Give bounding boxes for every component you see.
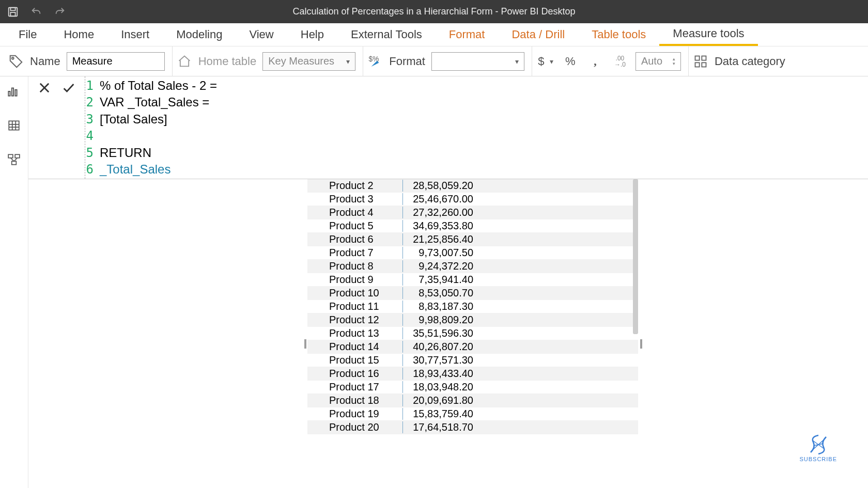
- table-row[interactable]: Product 129,98,809.20: [307, 313, 638, 327]
- data-view-button[interactable]: [4, 116, 24, 135]
- decimal-places-input[interactable]: Auto ▴ ▾: [636, 52, 681, 71]
- table-row[interactable]: Product 118,83,187.30: [307, 300, 638, 313]
- formula-line[interactable]: _Total_Sales: [100, 161, 171, 178]
- formula-line[interactable]: VAR _Total_Sales =: [100, 94, 213, 111]
- table-row[interactable]: Product 534,69,353.80: [307, 219, 638, 233]
- table-row[interactable]: Product 1530,77,571.30: [307, 354, 638, 367]
- table-row[interactable]: Product 1915,83,759.40: [307, 407, 638, 421]
- table-row[interactable]: Product 2017,64,518.70: [307, 421, 638, 434]
- tab-format[interactable]: Format: [436, 23, 499, 46]
- undo-icon[interactable]: [30, 6, 42, 18]
- table-row[interactable]: Product 1618,93,433.40: [307, 367, 638, 381]
- dna-icon: [805, 434, 831, 455]
- svg-rect-10: [12, 88, 13, 96]
- svg-rect-19: [12, 161, 17, 165]
- product-cell: Product 4: [307, 207, 403, 218]
- table-row[interactable]: Product 1718,03,948.20: [307, 381, 638, 394]
- table-row[interactable]: Product 97,35,941.40: [307, 273, 638, 287]
- tab-external-tools[interactable]: External Tools: [337, 23, 436, 46]
- data-table[interactable]: Product 228,58,059.20Product 325,46,670.…: [307, 179, 638, 434]
- stepper-down-icon[interactable]: ▾: [673, 61, 675, 66]
- product-cell: Product 18: [307, 395, 403, 406]
- percent-button[interactable]: %: [561, 52, 580, 71]
- report-view-button[interactable]: [0, 82, 22, 101]
- product-cell: Product 11: [307, 301, 403, 312]
- product-cell: Product 16: [307, 368, 403, 380]
- home-table-label: Home table: [198, 55, 257, 68]
- table-row[interactable]: Product 108,53,050.70: [307, 287, 638, 300]
- svg-rect-11: [15, 90, 17, 96]
- model-view-button[interactable]: [4, 150, 24, 169]
- format-label: Format: [389, 55, 425, 68]
- line-number: 6: [85, 161, 100, 178]
- formula-line[interactable]: [Total Sales]: [100, 111, 167, 128]
- table-row[interactable]: Product 1440,26,807.20: [307, 340, 638, 354]
- tab-help[interactable]: Help: [287, 23, 337, 46]
- product-cell: Product 19: [307, 408, 403, 420]
- svg-rect-6: [702, 56, 706, 60]
- value-cell: 9,73,007.50: [403, 247, 475, 259]
- product-cell: Product 12: [307, 314, 403, 326]
- subscribe-watermark: SUBSCRIBE: [799, 434, 837, 462]
- ribbon-tabs: File Home Insert Modeling View Help Exte…: [0, 23, 868, 46]
- decimal-top: .00: [616, 55, 625, 61]
- product-cell: Product 2: [307, 180, 403, 192]
- currency-button[interactable]: $ ▾: [536, 52, 555, 71]
- table-row[interactable]: Product 228,58,059.20: [307, 179, 638, 193]
- table-row[interactable]: Product 1820,09,691.80: [307, 394, 638, 407]
- redo-icon[interactable]: [54, 6, 66, 18]
- save-icon[interactable]: [7, 6, 19, 18]
- product-cell: Product 3: [307, 193, 403, 205]
- value-cell: 20,09,691.80: [403, 395, 475, 406]
- format-select[interactable]: ▾: [431, 52, 524, 71]
- tab-file[interactable]: File: [5, 23, 50, 46]
- formula-editor[interactable]: 1% of Total Sales - 2 = 2VAR _Total_Sale…: [85, 76, 868, 179]
- tab-modeling[interactable]: Modeling: [163, 23, 236, 46]
- value-cell: 35,51,596.30: [403, 327, 475, 339]
- table-row[interactable]: Product 621,25,856.40: [307, 233, 638, 246]
- tab-home[interactable]: Home: [50, 23, 107, 46]
- measure-name-input[interactable]: [67, 52, 165, 71]
- tab-view[interactable]: View: [236, 23, 287, 46]
- decimal-shift-button[interactable]: .00 →.0: [611, 52, 629, 71]
- value-cell: 30,77,571.30: [403, 354, 475, 366]
- value-cell: 17,64,518.70: [403, 421, 475, 433]
- name-label: Name: [30, 55, 60, 68]
- value-cell: 40,26,807.20: [403, 341, 475, 353]
- window-title: Calculation of Percentages in a Hierarch…: [292, 6, 575, 17]
- table-row[interactable]: Product 79,73,007.50: [307, 246, 638, 260]
- table-row[interactable]: Product 89,24,372.20: [307, 260, 638, 273]
- table-row[interactable]: Product 325,46,670.00: [307, 193, 638, 206]
- commit-formula-button[interactable]: [61, 81, 76, 97]
- svg-rect-2: [10, 12, 15, 15]
- home-table-select[interactable]: Key Measures ▾: [262, 52, 355, 71]
- product-cell: Product 6: [307, 233, 403, 245]
- resize-handle-left[interactable]: [304, 339, 306, 349]
- formula-line[interactable]: % of Total Sales - 2 =: [100, 77, 221, 94]
- resize-handle-right[interactable]: [640, 339, 642, 349]
- line-number: 4: [85, 128, 100, 144]
- view-rail: [0, 76, 28, 488]
- formula-line[interactable]: RETURN: [100, 145, 151, 161]
- product-cell: Product 13: [307, 327, 403, 339]
- chevron-down-icon: ▾: [346, 57, 350, 66]
- ribbon-content: Name Home table Key Measures ▾ $% Format…: [0, 46, 868, 76]
- svg-rect-7: [695, 62, 699, 67]
- table-scrollbar[interactable]: [633, 179, 638, 334]
- table-row[interactable]: Product 427,32,260.00: [307, 206, 638, 219]
- line-number: 5: [85, 145, 100, 161]
- report-canvas[interactable]: Product 228,58,059.20Product 325,46,670.…: [28, 179, 868, 488]
- tab-table-tools[interactable]: Table tools: [578, 23, 659, 46]
- home-icon: [177, 54, 192, 69]
- table-row[interactable]: Product 1335,51,596.30: [307, 327, 638, 340]
- svg-rect-5: [695, 56, 699, 60]
- thousands-separator-button[interactable]: ,: [586, 52, 605, 71]
- svg-rect-17: [8, 154, 13, 158]
- format-icon: $%: [367, 54, 383, 69]
- cancel-formula-button[interactable]: [37, 81, 52, 97]
- tab-measure-tools[interactable]: Measure tools: [659, 23, 757, 46]
- product-cell: Product 7: [307, 247, 403, 259]
- home-table-value: Key Measures: [268, 55, 334, 67]
- tab-data-drill[interactable]: Data / Drill: [498, 23, 578, 46]
- tab-insert[interactable]: Insert: [107, 23, 163, 46]
